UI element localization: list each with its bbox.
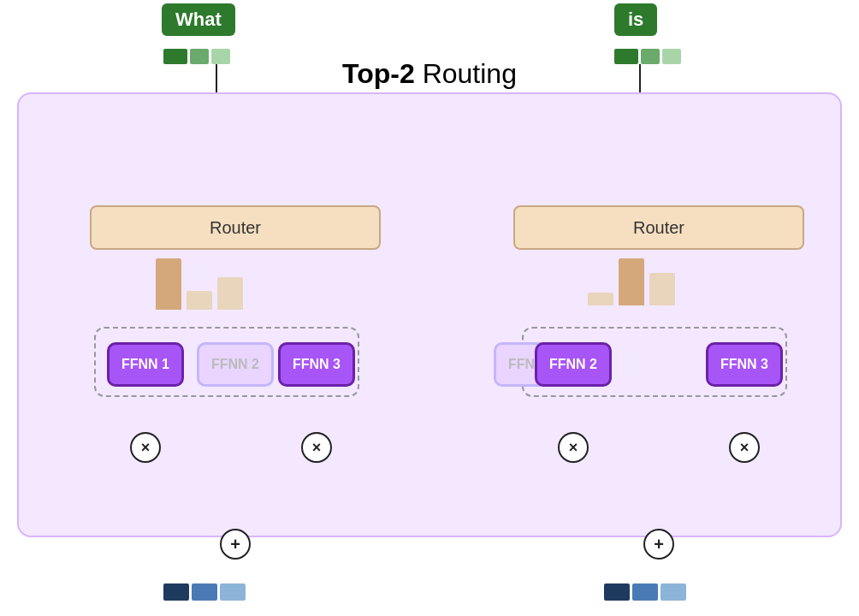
main-container: Top-2 Routing What is Router Router	[0, 0, 859, 616]
router-right: Router	[513, 205, 804, 250]
routing-panel: Router Router FFNN 1 FFNN 2 FFNN 3 FFNN …	[17, 92, 842, 537]
out-seg-2	[192, 583, 217, 601]
token-what: What	[162, 3, 235, 36]
embed-seg-4	[614, 49, 638, 64]
token-is: is	[614, 3, 657, 36]
bar-right-3	[649, 273, 675, 305]
output-embed-right	[604, 583, 686, 601]
multiply-right-2: ×	[729, 432, 760, 463]
bar-left-3	[217, 277, 243, 310]
bar-left-1	[156, 258, 181, 310]
out-seg-3	[220, 583, 246, 601]
out-seg-4	[604, 583, 630, 601]
page-title: Top-2 Routing	[342, 58, 517, 90]
out-seg-1	[163, 583, 189, 601]
plus-right: +	[643, 529, 674, 560]
multiply-left-2: ×	[301, 432, 332, 463]
embed-bar-left	[163, 49, 230, 64]
bar-right-1	[588, 293, 613, 305]
ffnn-right-2: FFNN 2	[535, 342, 612, 387]
ffnn-right-3: FFNN 3	[706, 342, 783, 387]
bar-right-2	[619, 258, 644, 305]
ffnn-left-1: FFNN 1	[107, 342, 184, 387]
multiply-right-1: ×	[558, 432, 589, 463]
out-seg-5	[632, 583, 658, 601]
ffnn-left-2: FFNN 2	[197, 342, 274, 387]
embed-seg-2	[190, 49, 209, 64]
embed-seg-6	[662, 49, 681, 64]
embed-seg-5	[641, 49, 660, 64]
bar-left-2	[187, 291, 212, 310]
ffnn-left-3: FFNN 3	[278, 342, 355, 387]
out-seg-6	[661, 583, 686, 601]
embed-seg-1	[163, 49, 187, 64]
bar-chart-right	[588, 258, 675, 305]
embed-seg-3	[211, 49, 230, 64]
embed-bar-right	[614, 49, 681, 64]
plus-left: +	[220, 529, 251, 560]
router-left: Router	[90, 205, 381, 250]
multiply-left-1: ×	[130, 432, 161, 463]
bar-chart-left	[156, 258, 243, 310]
output-embed-left	[163, 583, 246, 601]
